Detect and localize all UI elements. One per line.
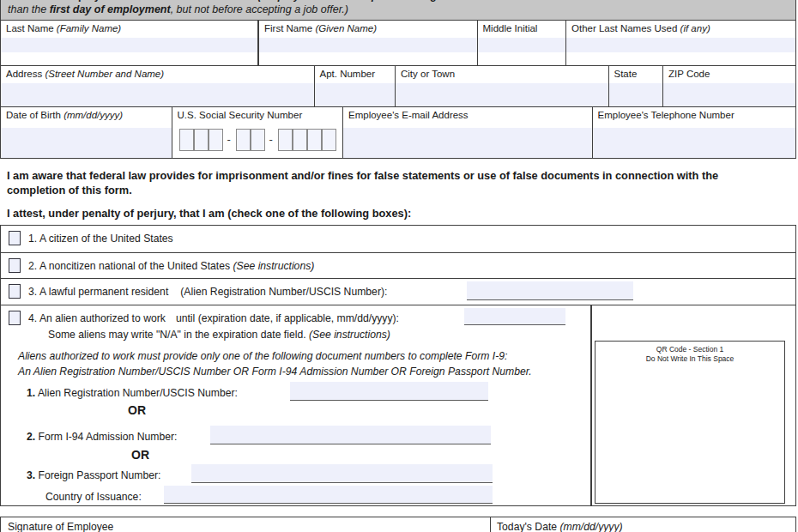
qr-box-subtitle: Do Not Write In This Space bbox=[595, 354, 784, 364]
noncitizen-checkbox[interactable] bbox=[9, 258, 21, 273]
first-name-label: First Name (Given Name) bbox=[264, 23, 377, 33]
section1-header-band: Section 1. Employee Information and Atte… bbox=[0, 0, 796, 20]
email-cell: Employee's E-mail Address bbox=[342, 106, 593, 159]
country-of-issuance-label: Country of Issuance: bbox=[45, 491, 142, 503]
ssn-dash: - bbox=[269, 133, 273, 146]
phone-input[interactable] bbox=[593, 128, 796, 158]
ssn-digit-box[interactable] bbox=[293, 129, 307, 151]
signature-row-divider bbox=[490, 517, 491, 532]
aliens-note-line2: An Alien Registration Number/USCIS Numbe… bbox=[18, 366, 532, 378]
zip-label: ZIP Code bbox=[668, 69, 710, 79]
doc3-label: 3. Foreign Passport Number: bbox=[27, 469, 160, 481]
or-separator-2: OR bbox=[131, 448, 149, 462]
qr-compartment-divider bbox=[590, 305, 592, 505]
dob-input[interactable] bbox=[1, 128, 172, 158]
address-cell: Address (Street Number and Name) bbox=[0, 65, 315, 108]
signature-row: Signature of Employee Today's Date (mm/d… bbox=[0, 517, 796, 532]
ssn-digit-box[interactable] bbox=[194, 129, 209, 151]
option-box-noncitizen: 2. A noncitizen national of the United S… bbox=[0, 252, 796, 280]
address-input[interactable] bbox=[1, 83, 314, 107]
signature-of-employee-label: Signature of Employee bbox=[8, 521, 113, 532]
country-of-issuance-input[interactable] bbox=[164, 486, 493, 504]
last-name-cell: Last Name (Family Name) bbox=[0, 20, 258, 66]
i9-form-section1: Section 1. Employee Information and Atte… bbox=[0, 0, 798, 532]
city-cell: City or Town bbox=[395, 65, 609, 108]
aliens-note-line1: Aliens authorized to work must provide o… bbox=[18, 350, 507, 362]
city-input[interactable] bbox=[396, 83, 608, 107]
first-name-input[interactable] bbox=[259, 38, 477, 52]
ssn-dash: - bbox=[227, 133, 231, 146]
noncitizen-label: 2. A noncitizen national of the United S… bbox=[28, 260, 314, 272]
middle-initial-input[interactable] bbox=[478, 38, 566, 52]
state-select[interactable] bbox=[609, 83, 663, 107]
option-box-citizen: 1. A citizen of the United States bbox=[0, 225, 796, 253]
phone-label: Employee's Telephone Number bbox=[598, 110, 735, 120]
zip-cell: ZIP Code bbox=[662, 65, 796, 108]
apt-number-cell: Apt. Number bbox=[314, 65, 396, 108]
doc1-label: 1. Alien Registration Number/USCIS Numbe… bbox=[27, 387, 238, 399]
phone-cell: Employee's Telephone Number bbox=[592, 106, 797, 159]
ssn-cell: U.S. Social Security Number - - bbox=[172, 106, 344, 159]
state-label: State bbox=[614, 69, 638, 79]
email-label: Employee's E-mail Address bbox=[348, 110, 469, 120]
lpr-uscis-number-input[interactable] bbox=[467, 281, 633, 300]
alien-authorized-label: 4. An alien authorized to workuntil (exp… bbox=[28, 312, 399, 324]
address-label: Address (Street Number and Name) bbox=[6, 69, 164, 79]
option-box-lpr: 3. A lawful permanent resident(Alien Reg… bbox=[0, 278, 796, 305]
doc2-label: 2. Form I-94 Admission Number: bbox=[27, 431, 177, 443]
section1-title-italic: (Employees must complete and sign Sectio… bbox=[257, 0, 594, 2]
lpr-checkbox[interactable] bbox=[9, 284, 21, 299]
ssn-digit-box[interactable] bbox=[236, 129, 251, 151]
other-last-names-input[interactable] bbox=[566, 38, 795, 52]
middle-initial-label: Middle Initial bbox=[483, 23, 538, 33]
or-separator-1: OR bbox=[128, 403, 146, 417]
ssn-digit-box[interactable] bbox=[307, 129, 322, 151]
state-cell: State bbox=[608, 65, 664, 108]
alien-registration-number-input[interactable] bbox=[290, 382, 488, 401]
first-name-cell: First Name (Given Name) bbox=[258, 20, 478, 66]
ssn-digit-box[interactable] bbox=[322, 129, 336, 151]
apt-number-input[interactable] bbox=[315, 83, 396, 107]
qr-box-title: QR Code - Section 1 bbox=[595, 345, 784, 354]
qr-code-box: QR Code - Section 1 Do Not Write In This… bbox=[595, 341, 785, 504]
ssn-digit-box[interactable] bbox=[179, 129, 194, 151]
ssn-digit-box[interactable] bbox=[278, 129, 293, 151]
alien-expiration-date-input[interactable] bbox=[464, 308, 565, 325]
other-last-names-label: Other Last Names Used (if any) bbox=[571, 23, 710, 33]
ssn-digit-box[interactable] bbox=[251, 129, 265, 151]
foreign-passport-number-input[interactable] bbox=[191, 464, 493, 483]
section1-title-clipped: Section 1. Employee Information and Atte… bbox=[8, 0, 595, 2]
city-label: City or Town bbox=[401, 69, 455, 79]
dob-label: Date of Birth (mm/dd/yyyy) bbox=[6, 110, 123, 120]
middle-initial-cell: Middle Initial bbox=[477, 20, 567, 66]
attest-instruction: I attest, under penalty of perjury, that… bbox=[7, 206, 762, 221]
email-input[interactable] bbox=[343, 128, 592, 158]
section1-title-bold: Section 1. Employee Information and Atte… bbox=[8, 0, 257, 2]
ssn-label: U.S. Social Security Number bbox=[178, 110, 303, 120]
lpr-label: 3. A lawful permanent resident(Alien Reg… bbox=[28, 286, 387, 298]
other-last-names-cell: Other Last Names Used (if any) bbox=[565, 20, 796, 66]
dob-cell: Date of Birth (mm/dd/yyyy) bbox=[0, 106, 172, 159]
apt-number-label: Apt. Number bbox=[320, 69, 376, 79]
form-i94-admission-number-input[interactable] bbox=[210, 426, 491, 444]
zip-input[interactable] bbox=[663, 83, 795, 107]
section1-instruction-line: than the first day of employment, but no… bbox=[8, 3, 348, 15]
last-name-input[interactable] bbox=[1, 38, 257, 52]
ssn-digit-box[interactable] bbox=[209, 129, 223, 151]
citizen-checkbox[interactable] bbox=[9, 231, 21, 245]
todays-date-label: Today's Date (mm/dd/yyyy) bbox=[497, 521, 623, 532]
federal-law-warning: I am aware that federal law provides for… bbox=[7, 168, 762, 197]
alien-na-note: Some aliens may write "N/A" in the expir… bbox=[48, 329, 390, 341]
last-name-label: Last Name (Family Name) bbox=[6, 23, 121, 33]
alien-authorized-checkbox[interactable] bbox=[9, 311, 21, 325]
citizen-label: 1. A citizen of the United States bbox=[28, 233, 173, 245]
